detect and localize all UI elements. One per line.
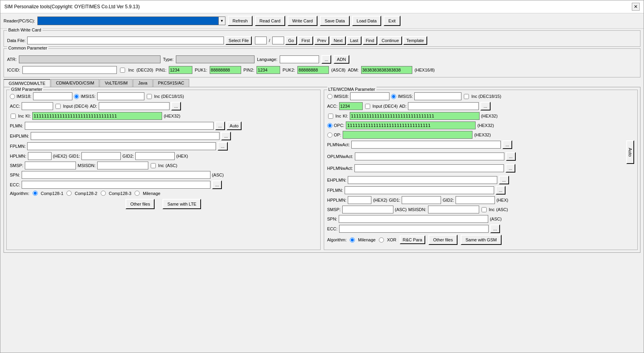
- last-button[interactable]: Last: [347, 36, 362, 45]
- gsm-comp128-1-radio[interactable]: [33, 191, 38, 196]
- next-button[interactable]: Next: [330, 36, 346, 45]
- lte-hpplmn-input[interactable]: [348, 196, 371, 204]
- gsm-same-lte-button[interactable]: Same with LTE: [162, 199, 201, 209]
- continue-button[interactable]: Continue: [378, 36, 402, 45]
- lte-gid2-input[interactable]: [456, 196, 495, 204]
- language-ellipsis-button[interactable]: ...: [321, 55, 331, 64]
- lte-smsp-input[interactable]: [342, 206, 393, 213]
- gsm-acc-input[interactable]: [22, 102, 53, 110]
- gsm-spn-input[interactable]: [22, 171, 210, 179]
- lte-rc-para-button[interactable]: R&C Para: [400, 235, 426, 244]
- gsm-ad-ellipsis[interactable]: ...: [171, 102, 181, 110]
- lte-op-input[interactable]: [343, 131, 472, 139]
- load-data-button[interactable]: Load Data: [352, 16, 382, 26]
- lte-fplmn-ellipsis[interactable]: ...: [496, 186, 506, 195]
- gsm-smsp-input[interactable]: [25, 162, 76, 169]
- gsm-ecc-input[interactable]: [22, 181, 210, 189]
- lte-opc-input[interactable]: [346, 121, 476, 129]
- lte-milenage-radio[interactable]: [350, 237, 355, 243]
- gsm-acc-input-checkbox[interactable]: [55, 104, 61, 109]
- gsm-imsi18-radio[interactable]: [10, 94, 15, 99]
- lte-fplmn-input[interactable]: [345, 186, 494, 194]
- tab-pkcs15[interactable]: PKCS#15/AC: [153, 79, 190, 87]
- lte-ehplmn-ellipsis[interactable]: ...: [499, 176, 509, 184]
- gsm-ehplmn-input[interactable]: [31, 132, 220, 140]
- save-data-button[interactable]: Save Data: [320, 16, 349, 26]
- close-button[interactable]: ✕: [632, 3, 640, 11]
- nav-current-input[interactable]: [255, 37, 267, 44]
- lte-hplmnwact-input[interactable]: [354, 164, 504, 172]
- lte-inc-checkbox[interactable]: [328, 114, 333, 119]
- lte-ecc-ellipsis[interactable]: ...: [490, 224, 500, 233]
- lte-acc-input[interactable]: [339, 102, 363, 110]
- lte-plmnwact-ellipsis[interactable]: ...: [502, 140, 512, 149]
- write-card-button[interactable]: Write Card: [288, 16, 317, 26]
- lte-xor-radio[interactable]: [379, 237, 384, 243]
- lte-oplmnwact-input[interactable]: [355, 153, 504, 160]
- gsm-imsi15-input[interactable]: [97, 92, 144, 100]
- tab-java[interactable]: Java: [133, 79, 152, 87]
- gsm-inc-checkbox[interactable]: [11, 114, 16, 119]
- adn-button[interactable]: ADN: [334, 55, 349, 64]
- refresh-button[interactable]: Refresh: [228, 16, 253, 26]
- iccid-inc-checkbox[interactable]: [120, 68, 125, 73]
- data-file-input[interactable]: [27, 37, 224, 44]
- lte-op-radio[interactable]: [327, 132, 332, 138]
- gsm-hplmn-input[interactable]: [28, 152, 52, 160]
- select-file-button[interactable]: Select File: [225, 36, 252, 45]
- lte-ehplmn-input[interactable]: [348, 176, 497, 184]
- lte-auto-button[interactable]: Auto: [626, 140, 634, 164]
- lte-other-files-button[interactable]: Other files: [428, 235, 458, 245]
- read-card-button[interactable]: Read Card: [255, 16, 285, 26]
- tab-cdma-evdo[interactable]: CDMA/EVDO/CSIM: [51, 79, 99, 87]
- lte-imsi-inc-checkbox[interactable]: [464, 94, 469, 99]
- lte-imsi15-radio[interactable]: [391, 94, 396, 99]
- gsm-fplmn-ellipsis[interactable]: ...: [218, 142, 227, 151]
- gsm-imsi-inc-checkbox[interactable]: [147, 94, 152, 99]
- gsm-other-files-button[interactable]: Other files: [125, 199, 155, 209]
- find-button[interactable]: Find: [363, 36, 377, 45]
- puk2-input[interactable]: [297, 66, 329, 74]
- gsm-milenage-radio[interactable]: [135, 191, 140, 196]
- gsm-gid1-input[interactable]: [81, 152, 121, 160]
- pin1-input[interactable]: [169, 66, 192, 74]
- pin2-input[interactable]: [256, 66, 280, 74]
- lte-ad-input[interactable]: [408, 102, 479, 110]
- tab-volte-isim[interactable]: VoLTE/ISIM: [100, 79, 133, 87]
- go-button[interactable]: Go: [285, 36, 297, 45]
- gsm-imsi15-radio[interactable]: [74, 94, 79, 99]
- lte-opc-radio[interactable]: [327, 123, 332, 128]
- lte-oplmnwact-ellipsis[interactable]: ...: [506, 152, 516, 161]
- atr-input[interactable]: [19, 55, 161, 63]
- prev-button[interactable]: Prev: [314, 36, 330, 45]
- gsm-msisdn-inc-checkbox[interactable]: [151, 163, 156, 168]
- gsm-comp128-2-radio[interactable]: [66, 191, 72, 196]
- lte-ecc-input[interactable]: [339, 225, 489, 233]
- template-button[interactable]: Template: [403, 36, 427, 45]
- gsm-gid2-input[interactable]: [135, 152, 175, 160]
- lte-gid1-input[interactable]: [402, 196, 441, 204]
- gsm-plmn-input[interactable]: [25, 122, 214, 130]
- nav-total-input[interactable]: [272, 37, 284, 44]
- lte-imsi15-input[interactable]: [414, 92, 461, 100]
- lte-msisdn-input[interactable]: [428, 206, 479, 213]
- reader-combo-input[interactable]: [37, 17, 218, 25]
- gsm-ki-input[interactable]: [32, 112, 162, 120]
- exit-button[interactable]: Exit: [384, 16, 400, 26]
- reader-combo-arrow[interactable]: ▼: [218, 17, 225, 25]
- gsm-plmn-ellipsis[interactable]: ...: [215, 121, 225, 130]
- lte-msisdn-inc-checkbox[interactable]: [482, 207, 487, 212]
- language-input[interactable]: [280, 55, 319, 63]
- lte-plmnwact-input[interactable]: [351, 141, 501, 149]
- puk1-input[interactable]: [210, 66, 241, 74]
- iccid-input[interactable]: [22, 66, 117, 74]
- lte-acc-input-checkbox[interactable]: [365, 104, 370, 109]
- gsm-imsi18-input[interactable]: [33, 92, 72, 100]
- lte-imsi18-radio[interactable]: [327, 94, 332, 99]
- gsm-comp128-3-radio[interactable]: [101, 191, 106, 196]
- gsm-ecc-ellipsis[interactable]: ...: [212, 180, 222, 189]
- gsm-msisdn-input[interactable]: [97, 162, 148, 169]
- lte-ki-input[interactable]: [350, 112, 480, 120]
- gsm-ad-input[interactable]: [99, 102, 170, 110]
- gsm-fplmn-input[interactable]: [27, 142, 216, 150]
